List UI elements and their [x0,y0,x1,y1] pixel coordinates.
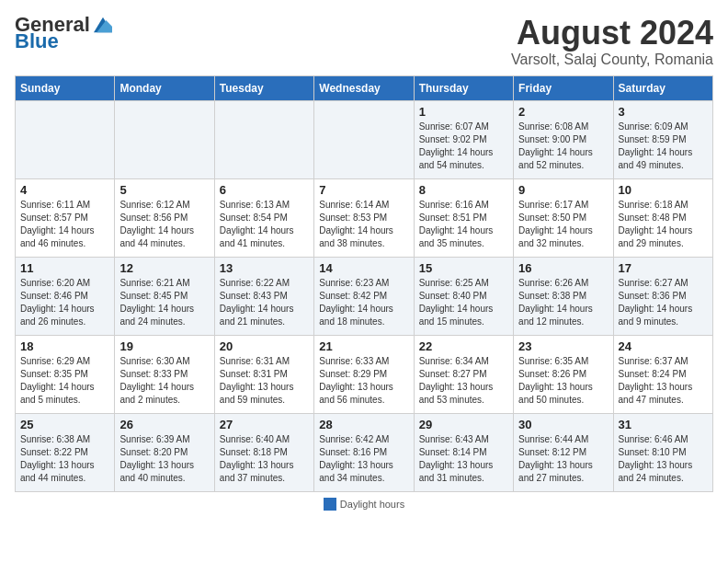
calendar-cell: 22Sunrise: 6:34 AM Sunset: 8:27 PM Dayli… [414,335,513,413]
column-header-saturday: Saturday [613,75,712,100]
day-info: Sunrise: 6:30 AM Sunset: 8:33 PM Dayligh… [119,355,209,407]
calendar-week-3: 11Sunrise: 6:20 AM Sunset: 8:46 PM Dayli… [16,257,713,335]
calendar-cell: 27Sunrise: 6:40 AM Sunset: 8:18 PM Dayli… [214,413,313,491]
day-info: Sunrise: 6:31 AM Sunset: 8:31 PM Dayligh… [220,355,309,407]
day-info: Sunrise: 6:42 AM Sunset: 8:16 PM Dayligh… [319,433,408,485]
day-info: Sunrise: 6:08 AM Sunset: 9:00 PM Dayligh… [518,121,608,172]
day-number: 30 [518,418,608,431]
day-info: Sunrise: 6:20 AM Sunset: 8:46 PM Dayligh… [20,277,109,328]
day-info: Sunrise: 6:14 AM Sunset: 8:53 PM Dayligh… [319,199,408,250]
calendar-cell: 15Sunrise: 6:25 AM Sunset: 8:40 PM Dayli… [414,257,513,335]
day-number: 17 [619,261,708,275]
calendar-cell: 19Sunrise: 6:30 AM Sunset: 8:33 PM Dayli… [115,335,214,413]
day-number: 9 [518,183,608,197]
day-number: 16 [518,261,608,275]
day-info: Sunrise: 6:33 AM Sunset: 8:29 PM Dayligh… [319,355,408,407]
day-info: Sunrise: 6:34 AM Sunset: 8:27 PM Dayligh… [419,355,508,407]
day-info: Sunrise: 6:35 AM Sunset: 8:26 PM Dayligh… [518,355,608,407]
day-number: 6 [220,183,309,197]
day-number: 24 [619,339,708,353]
calendar-cell [115,100,214,178]
calendar-cell [16,100,115,178]
calendar-cell: 7Sunrise: 6:14 AM Sunset: 8:53 PM Daylig… [314,178,414,257]
day-info: Sunrise: 6:25 AM Sunset: 8:40 PM Dayligh… [419,277,508,328]
calendar-cell: 16Sunrise: 6:26 AM Sunset: 8:38 PM Dayli… [514,257,613,335]
calendar-cell: 20Sunrise: 6:31 AM Sunset: 8:31 PM Dayli… [214,335,313,413]
main-title: August 2024 [511,15,713,52]
calendar-cell: 8Sunrise: 6:16 AM Sunset: 8:51 PM Daylig… [414,178,513,257]
day-number: 4 [20,183,109,197]
column-header-thursday: Thursday [414,75,513,100]
calendar-cell: 30Sunrise: 6:44 AM Sunset: 8:12 PM Dayli… [514,413,613,491]
day-number: 23 [518,339,608,353]
day-info: Sunrise: 6:16 AM Sunset: 8:51 PM Dayligh… [419,199,508,250]
column-header-wednesday: Wednesday [314,75,414,100]
day-number: 8 [419,183,508,197]
calendar-cell: 2Sunrise: 6:08 AM Sunset: 9:00 PM Daylig… [514,100,613,178]
legend-item-daylight: Daylight hours [324,498,404,511]
calendar-cell: 18Sunrise: 6:29 AM Sunset: 8:35 PM Dayli… [16,335,115,413]
calendar-header-row: SundayMondayTuesdayWednesdayThursdayFrid… [16,75,713,100]
day-number: 21 [319,339,408,353]
day-number: 10 [619,183,708,197]
calendar-cell: 10Sunrise: 6:18 AM Sunset: 8:48 PM Dayli… [613,178,712,257]
calendar-cell [314,100,414,178]
calendar-cell: 28Sunrise: 6:42 AM Sunset: 8:16 PM Dayli… [314,413,414,491]
day-info: Sunrise: 6:43 AM Sunset: 8:14 PM Dayligh… [419,433,508,485]
calendar-cell: 5Sunrise: 6:12 AM Sunset: 8:56 PM Daylig… [115,178,214,257]
day-number: 3 [619,105,708,119]
title-block: August 2024 Varsolt, Salaj County, Roman… [511,15,713,68]
calendar-cell: 21Sunrise: 6:33 AM Sunset: 8:29 PM Dayli… [314,335,414,413]
day-info: Sunrise: 6:23 AM Sunset: 8:42 PM Dayligh… [319,277,408,328]
day-info: Sunrise: 6:29 AM Sunset: 8:35 PM Dayligh… [20,355,109,407]
calendar-cell: 24Sunrise: 6:37 AM Sunset: 8:24 PM Dayli… [613,335,712,413]
day-number: 15 [419,261,508,275]
calendar-cell: 26Sunrise: 6:39 AM Sunset: 8:20 PM Dayli… [115,413,214,491]
day-info: Sunrise: 6:09 AM Sunset: 8:59 PM Dayligh… [619,121,708,172]
day-info: Sunrise: 6:27 AM Sunset: 8:36 PM Dayligh… [619,277,708,328]
daylight-label: Daylight hours [340,499,404,510]
day-number: 2 [518,105,608,119]
day-info: Sunrise: 6:17 AM Sunset: 8:50 PM Dayligh… [518,199,608,250]
calendar-cell: 29Sunrise: 6:43 AM Sunset: 8:14 PM Dayli… [414,413,513,491]
day-number: 29 [419,418,508,431]
day-number: 20 [220,339,309,353]
calendar-body: 1Sunrise: 6:07 AM Sunset: 9:02 PM Daylig… [16,100,713,491]
day-info: Sunrise: 6:39 AM Sunset: 8:20 PM Dayligh… [119,433,209,485]
day-number: 26 [119,418,209,431]
day-info: Sunrise: 6:12 AM Sunset: 8:56 PM Dayligh… [119,199,209,250]
logo: General Blue [15,15,112,52]
subtitle: Varsolt, Salaj County, Romania [511,52,713,68]
calendar-cell: 13Sunrise: 6:22 AM Sunset: 8:43 PM Dayli… [214,257,313,335]
column-header-friday: Friday [514,75,613,100]
day-info: Sunrise: 6:21 AM Sunset: 8:45 PM Dayligh… [119,277,209,328]
day-number: 7 [319,183,408,197]
day-number: 14 [319,261,408,275]
calendar-cell: 3Sunrise: 6:09 AM Sunset: 8:59 PM Daylig… [613,100,712,178]
day-number: 31 [619,418,708,431]
calendar-week-5: 25Sunrise: 6:38 AM Sunset: 8:22 PM Dayli… [16,413,713,491]
day-number: 18 [20,339,109,353]
day-info: Sunrise: 6:38 AM Sunset: 8:22 PM Dayligh… [20,433,109,485]
footer: Daylight hours [15,498,713,511]
logo-icon [94,16,112,34]
calendar-week-1: 1Sunrise: 6:07 AM Sunset: 9:02 PM Daylig… [16,100,713,178]
calendar-cell: 25Sunrise: 6:38 AM Sunset: 8:22 PM Dayli… [16,413,115,491]
day-info: Sunrise: 6:44 AM Sunset: 8:12 PM Dayligh… [518,433,608,485]
day-number: 27 [220,418,309,431]
day-info: Sunrise: 6:46 AM Sunset: 8:10 PM Dayligh… [619,433,708,485]
calendar-cell: 4Sunrise: 6:11 AM Sunset: 8:57 PM Daylig… [16,178,115,257]
day-number: 13 [220,261,309,275]
day-info: Sunrise: 6:07 AM Sunset: 9:02 PM Dayligh… [419,121,508,172]
calendar-week-2: 4Sunrise: 6:11 AM Sunset: 8:57 PM Daylig… [16,178,713,257]
calendar-cell: 31Sunrise: 6:46 AM Sunset: 8:10 PM Dayli… [613,413,712,491]
column-header-tuesday: Tuesday [214,75,313,100]
day-info: Sunrise: 6:18 AM Sunset: 8:48 PM Dayligh… [619,199,708,250]
day-number: 28 [319,418,408,431]
calendar-cell: 17Sunrise: 6:27 AM Sunset: 8:36 PM Dayli… [613,257,712,335]
calendar-cell: 14Sunrise: 6:23 AM Sunset: 8:42 PM Dayli… [314,257,414,335]
day-info: Sunrise: 6:37 AM Sunset: 8:24 PM Dayligh… [619,355,708,407]
day-number: 12 [119,261,209,275]
day-number: 11 [20,261,109,275]
calendar-week-4: 18Sunrise: 6:29 AM Sunset: 8:35 PM Dayli… [16,335,713,413]
